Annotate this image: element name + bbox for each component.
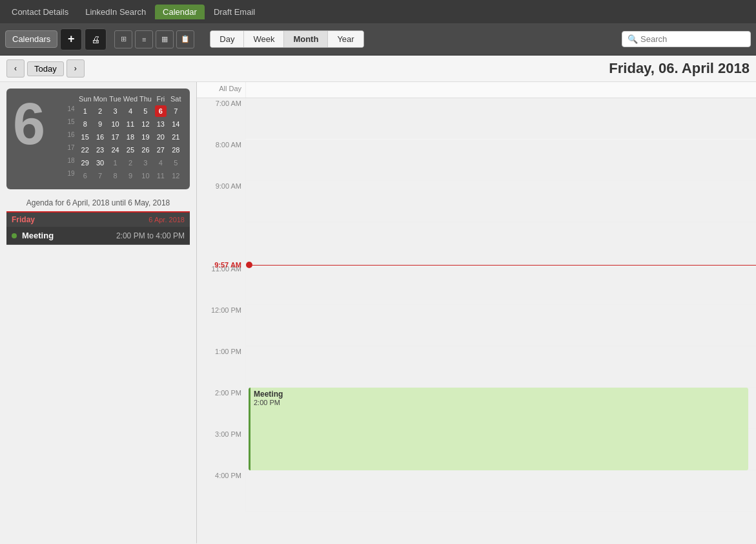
mini-cal-week-19: 19 6 7 8 9 10 11 12 [65, 170, 183, 182]
tab-calendar[interactable]: Calendar [155, 5, 205, 19]
mini-cal-day[interactable]: 21 [170, 131, 181, 143]
view-week-button[interactable]: Week [244, 31, 284, 47]
mini-cal-day[interactable]: 16 [94, 131, 106, 143]
mini-cal-day[interactable]: 11 [125, 118, 136, 130]
tab-draft-email[interactable]: Draft Email [206, 5, 263, 19]
view-year-button[interactable]: Year [328, 31, 363, 47]
toolbar: Calendars + 🖨 ⊞ ≡ ▦ 📋 Day Week Month Yea… [0, 23, 756, 56]
mini-cal-day[interactable]: 14 [170, 118, 181, 130]
event-name: Meeting [22, 231, 54, 240]
day-slot-1300[interactable] [245, 346, 756, 388]
time-row-1200: 12:00 PM [197, 305, 756, 346]
cal-view-button[interactable]: ▦ [156, 30, 174, 48]
mini-cal-week-15: 15 8 9 10 11 12 13 14 [65, 118, 183, 130]
mini-cal-day[interactable]: 25 [125, 144, 136, 156]
time-row-800: 8:00 AM [197, 140, 756, 181]
day-slot-1100[interactable] [245, 264, 756, 305]
meeting-event-block[interactable]: Meeting 2:00 PM [249, 388, 748, 470]
mini-cal-day[interactable]: 24 [110, 144, 121, 156]
view-day-button[interactable]: Day [210, 31, 244, 47]
list-view-button[interactable]: ≡ [135, 30, 153, 48]
mini-cal-day[interactable]: 28 [170, 144, 181, 156]
mini-cal-day[interactable]: 3 [110, 105, 121, 117]
mini-cal-day[interactable]: 6 [79, 170, 91, 182]
mini-cal-day[interactable]: 1 [79, 105, 91, 117]
mini-cal-day[interactable]: 15 [79, 131, 91, 143]
allday-label: All Day [197, 82, 245, 98]
time-label-900: 9:00 AM [197, 181, 245, 222]
mini-cal-day[interactable]: 26 [139, 144, 151, 156]
mini-cal-day[interactable]: 7 [94, 170, 106, 182]
mini-cal-day[interactable]: 10 [139, 170, 151, 182]
day-slot-1600[interactable] [245, 470, 756, 512]
print-button[interactable]: 🖨 [85, 28, 107, 50]
time-label-1500: 3:00 PM [197, 429, 245, 470]
mini-cal-day[interactable]: 9 [94, 118, 106, 130]
calendars-button[interactable]: Calendars [5, 30, 57, 48]
mini-cal-day[interactable]: 10 [110, 118, 121, 130]
today-button[interactable]: Today [27, 61, 64, 76]
tab-linkedin-search[interactable]: LinkedIn Search [77, 5, 154, 19]
agenda-view-button[interactable]: 📋 [176, 30, 194, 48]
mini-cal-day[interactable]: 18 [125, 131, 136, 143]
agenda-day-header: Friday 6 Apr. 2018 [6, 211, 190, 227]
mini-cal-day[interactable]: 3 [139, 157, 151, 169]
main-content: 6 Sun Mon Tue Wed Thu Fri Sat 14 1 2 [0, 82, 756, 543]
day-slot-1200[interactable] [245, 305, 756, 346]
view-month-button[interactable]: Month [284, 31, 328, 47]
mini-cal-day[interactable]: 9 [125, 170, 136, 182]
mini-cal-day[interactable]: 12 [170, 170, 181, 182]
prev-button[interactable]: ‹ [6, 59, 25, 78]
mini-cal-week-14: 14 1 2 3 4 5 6 7 [65, 105, 183, 117]
mini-cal-day[interactable]: 30 [94, 157, 106, 169]
mini-cal-day[interactable]: 12 [139, 118, 151, 130]
event-title: Meeting [254, 390, 745, 399]
day-slot-1000[interactable] [245, 222, 756, 264]
mini-cal-day[interactable]: 4 [155, 157, 167, 169]
mini-cal-grid: Sun Mon Tue Wed Thu Fri Sat 14 1 2 3 4 5… [65, 95, 183, 182]
mini-cal-day[interactable]: 29 [79, 157, 91, 169]
day-slot-900[interactable] [245, 181, 756, 222]
time-label-1200: 12:00 PM [197, 305, 245, 346]
search-input[interactable] [640, 34, 745, 44]
mini-cal-day-today[interactable]: 6 [155, 105, 167, 117]
mini-cal-day[interactable]: 11 [155, 170, 167, 182]
tab-contact-details[interactable]: Contact Details [4, 5, 76, 19]
mini-cal-day[interactable]: 5 [139, 105, 151, 117]
allday-row: All Day [197, 82, 756, 98]
mini-cal-day[interactable]: 8 [79, 118, 91, 130]
mini-cal-day[interactable]: 4 [125, 105, 136, 117]
mini-cal-day[interactable]: 17 [110, 131, 121, 143]
mini-cal-day[interactable]: 23 [94, 144, 106, 156]
mini-cal-day[interactable]: 5 [170, 157, 181, 169]
time-grid: 7:00 AM 8:00 AM 9:00 AM [197, 98, 756, 512]
time-grid-scroll[interactable]: 7:00 AM 8:00 AM 9:00 AM [197, 98, 756, 543]
view-icons: ⊞ ≡ ▦ 📋 [114, 30, 194, 48]
mini-cal-day[interactable]: 19 [139, 131, 151, 143]
mini-cal-day[interactable]: 27 [155, 144, 167, 156]
agenda-day-name: Friday [12, 215, 35, 224]
next-button[interactable]: › [66, 59, 85, 78]
current-time-row: 9:57 AM [197, 261, 756, 269]
mini-cal-day[interactable]: 2 [125, 157, 136, 169]
mini-cal-day[interactable]: 20 [155, 131, 167, 143]
mini-cal-day[interactable]: 13 [155, 118, 167, 130]
mini-cal-day[interactable]: 1 [110, 157, 121, 169]
time-row-1600: 4:00 PM [197, 470, 756, 512]
current-time-label: 9:57 AM [197, 261, 245, 269]
day-slot-700[interactable] [245, 98, 756, 140]
day-slot-800[interactable] [245, 140, 756, 181]
time-row-1000 [197, 222, 756, 264]
agenda-day-date: 6 Apr. 2018 [148, 216, 185, 224]
search-box: 🔍 [622, 31, 751, 47]
time-row-700: 7:00 AM [197, 98, 756, 140]
agenda-event[interactable]: Meeting 2:00 PM to 4:00 PM [6, 227, 190, 245]
mini-cal-day[interactable]: 2 [94, 105, 106, 117]
time-label-1400: 2:00 PM [197, 388, 245, 429]
mini-cal-day[interactable]: 8 [110, 170, 121, 182]
mini-cal-day[interactable]: 7 [170, 105, 181, 117]
grid-view-button[interactable]: ⊞ [114, 30, 132, 48]
mini-cal-week-18: 18 29 30 1 2 3 4 5 [65, 157, 183, 169]
mini-cal-day[interactable]: 22 [79, 144, 91, 156]
add-event-button[interactable]: + [60, 28, 82, 50]
